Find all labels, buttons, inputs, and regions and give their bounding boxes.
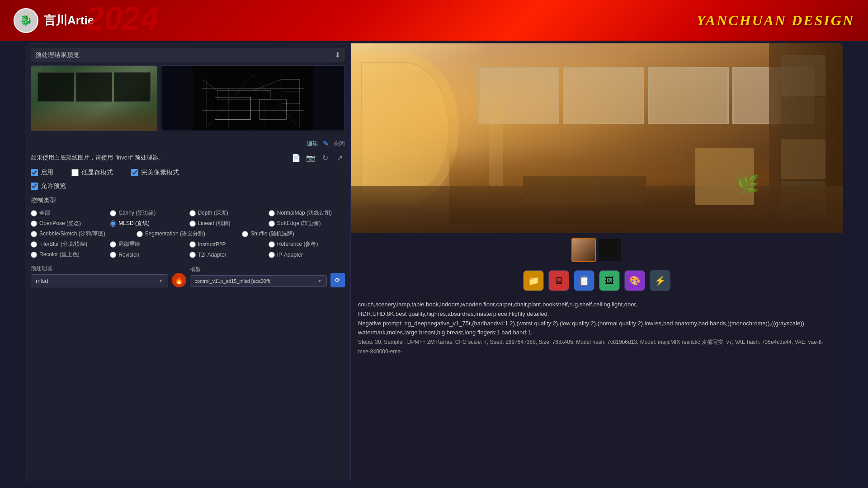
main-container: 预处理结果预览 ⬇ 图像 ⊞ ✕ [25, 43, 843, 481]
folder-button[interactable]: 📁 [523, 270, 544, 291]
preview-image-left: 图像 ⊞ ✕ [31, 66, 157, 131]
model-col: 模型 control_v11p_sd15_mlsd [aca30ff( ▼ [190, 266, 327, 287]
radio-reference[interactable]: Reference (参考) [269, 240, 345, 248]
fire-button[interactable]: 🔥 [172, 273, 186, 287]
control-type-row-5: Recolor (重上色) Revision T2I-Adapter IP-Ad… [31, 251, 345, 258]
layers-button[interactable]: 📋 [574, 270, 594, 291]
preprocessor-col: 预处理器 mlsd ▼ [31, 265, 168, 287]
edit-icon[interactable]: ✎ [323, 139, 329, 148]
camera-icon[interactable]: 📷 [305, 152, 316, 163]
room-scene: 🌿 [351, 43, 843, 233]
checkboxes-row-2: 允许预览 [31, 182, 345, 190]
model-select[interactable]: control_v11p_sd15_mlsd [aca30ff( ▼ [190, 275, 327, 287]
file-icon[interactable]: 📄 [291, 152, 302, 163]
close-button[interactable]: 关闭 [333, 139, 345, 148]
preview-section: 预处理结果预览 ⬇ 图像 ⊞ ✕ [25, 43, 350, 136]
low-memory-checkbox[interactable]: 低显存模式 [71, 169, 113, 177]
refresh-icon[interactable]: ↻ [320, 152, 330, 163]
model-arrow: ▼ [317, 278, 322, 283]
avatar: 🐉 [14, 8, 38, 33]
notice-text: 如果使用白底黑线图片，请使用 "invert" 预处理器。 [31, 154, 164, 162]
radio-mlsd[interactable]: MLSD (直线) [110, 220, 186, 227]
brand-text: YANCHUAN DESIGN [697, 12, 854, 29]
prompt-text: couch,scenery,lamp,table,book,indoors,wo… [358, 300, 835, 357]
preprocessor-label: 预处理器 [31, 265, 168, 272]
top-banner: 🐉 言川Artie 2024 YANCHUAN DESIGN [0, 0, 868, 41]
radio-instructp2p[interactable]: InstructP2P [189, 240, 266, 248]
checkboxes-row-1: 启用 低显存模式 完美像素模式 [31, 169, 345, 177]
screen-button[interactable]: 🖥 [548, 270, 569, 291]
controls-area: 编辑 ✎ 关闭 如果使用白底黑线图片，请使用 "invert" 预处理器。 📄 … [25, 136, 350, 291]
radio-t2i[interactable]: T2I-Adapter [189, 251, 266, 258]
radio-softedge[interactable]: SoftEdge (软边缘) [269, 220, 345, 227]
action-row: 编辑 ✎ 关闭 [31, 139, 345, 148]
control-type-row-3: Scribble/Sketch (涂鸦/草图) Segmentation (语义… [31, 230, 345, 238]
radio-tileblur[interactable]: Tile/Blur (分块/模糊) [31, 240, 107, 248]
left-panel: 预处理结果预览 ⬇ 图像 ⊞ ✕ [25, 43, 351, 481]
control-type-row-2: OpenPose (姿态) MLSD (直线) Lineart (线稿) Sof… [31, 220, 345, 227]
radio-segmentation[interactable]: Segmentation (语义分割) [137, 230, 240, 238]
edit-button[interactable]: 编辑 [307, 139, 318, 148]
radio-openpose[interactable]: OpenPose (姿态) [31, 220, 107, 227]
thumbnail-2[interactable] [598, 238, 622, 262]
logo-area: 🐉 言川Artie [14, 8, 94, 33]
control-type-label: 控制类型 [31, 197, 345, 205]
radio-lineart[interactable]: Lineart (线稿) [189, 220, 266, 227]
radio-recolor[interactable]: Recolor (重上色) [31, 251, 107, 258]
sync-button[interactable]: ⟳ [330, 273, 345, 287]
preview-image-right [161, 66, 345, 131]
enable-checkbox[interactable]: 启用 [31, 169, 53, 177]
image-button[interactable]: 🖼 [599, 270, 620, 291]
radio-revision[interactable]: Revision [110, 251, 186, 258]
right-panel: 🌿 📁 🖥 📋 🖼 🎨 ⚡ couch,scen [351, 43, 843, 481]
radio-all[interactable]: 全部 [31, 209, 107, 217]
preprocessor-select[interactable]: mlsd ▼ [31, 274, 168, 287]
preprocessor-arrow: ▼ [159, 278, 163, 283]
preview-download-button[interactable]: ⬇ [335, 51, 340, 59]
control-type-row-4: Tile/Blur (分块/模糊) 局部重绘 InstructP2P Refer… [31, 240, 345, 248]
radio-shuffle[interactable]: Shuffle (随机洗牌) [242, 230, 345, 238]
preview-images: 图像 ⊞ ✕ [31, 66, 345, 131]
model-label: 模型 [190, 266, 327, 273]
radio-canny[interactable]: Canny (硬边缘) [110, 209, 186, 217]
radio-localredraw[interactable]: 局部重绘 [110, 240, 186, 248]
allow-preview-checkbox[interactable]: 允许预览 [31, 182, 66, 190]
notice-row: 如果使用白底黑线图片，请使用 "invert" 预处理器。 📄 📷 ↻ ↗ [31, 152, 345, 163]
radio-scribble[interactable]: Scribble/Sketch (涂鸦/草图) [31, 230, 134, 238]
triangle-button[interactable]: ⚡ [650, 270, 670, 291]
preview-header: 预处理结果预览 ⬇ [31, 48, 345, 62]
notice-icons: 📄 📷 ↻ ↗ [291, 152, 345, 163]
generated-image-container: 🌿 [351, 43, 843, 233]
palette-button[interactable]: 🎨 [624, 270, 645, 291]
thumbnail-1[interactable] [571, 238, 596, 262]
expand-icon[interactable]: ↗ [334, 152, 345, 163]
tool-buttons-row: 📁 🖥 📋 🖼 🎨 ⚡ [351, 267, 843, 295]
thumbnail-strip [351, 233, 843, 267]
perfect-pixel-checkbox[interactable]: 完美像素模式 [131, 169, 179, 177]
radio-depth[interactable]: Depth (深度) [189, 209, 266, 217]
year-decoration: 2024 [86, 2, 158, 35]
radio-ipadapter[interactable]: IP-Adapter [269, 251, 345, 258]
control-type-row-1: 全部 Canny (硬边缘) Depth (深度) NormalMap (法线贴… [31, 209, 345, 217]
prompt-area: couch,scenery,lamp,table,book,indoors,wo… [351, 295, 843, 481]
radio-normalmap[interactable]: NormalMap (法线贴图) [269, 209, 345, 217]
preview-title: 预处理结果预览 [35, 51, 80, 59]
model-row: 预处理器 mlsd ▼ 🔥 模型 control_v11p_sd15_mlsd … [31, 265, 345, 287]
